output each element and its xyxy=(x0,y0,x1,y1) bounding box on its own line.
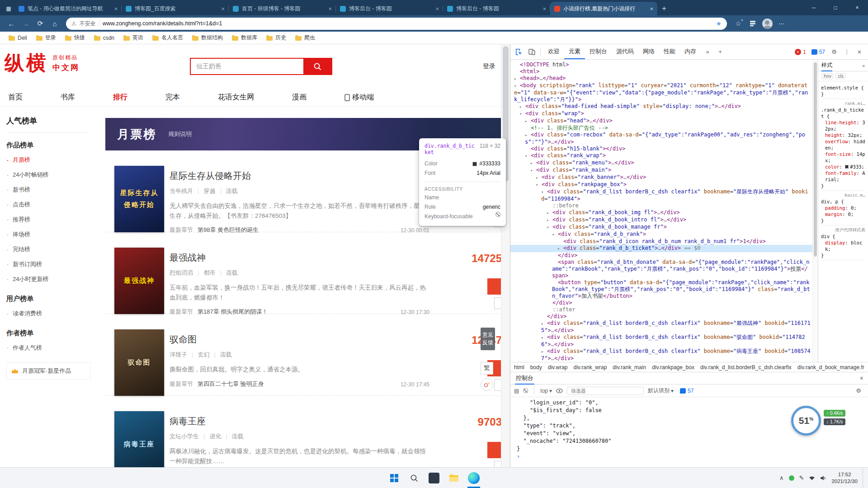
devtools-tab[interactable]: 网络 xyxy=(638,44,659,59)
book-genre[interactable]: 玄幻 xyxy=(198,351,209,358)
book-cover[interactable]: 星际生存从侵略开始 xyxy=(114,166,164,232)
style-property[interactable]: height: 32px; xyxy=(821,132,865,138)
console-settings-icon[interactable]: ⚙ xyxy=(853,385,864,397)
breadcrumb-item[interactable]: div.rankpage_box xyxy=(652,364,694,371)
book-title[interactable]: 星际生存从侵略开始 xyxy=(170,170,429,181)
book-author[interactable]: 烈焰滔滔 xyxy=(170,269,193,276)
breadcrumb-item[interactable]: body xyxy=(530,364,542,371)
tab-actions-icon[interactable]: ▦ xyxy=(3,2,14,15)
address-bar[interactable]: ⚠ 不安全 www.zongheng.com/rank/details.html… xyxy=(66,18,727,30)
network-speed-overlay[interactable]: 51% ↑0.4K/s ↓1.7K/s xyxy=(791,406,845,436)
log-level-selector[interactable]: 默认级别▾ xyxy=(648,387,674,394)
dom-tree-line[interactable]: ▸<div class="head">…</div> xyxy=(510,117,812,125)
dom-tree-line[interactable]: ::after xyxy=(510,306,812,313)
network-icon[interactable] xyxy=(809,475,815,480)
style-property[interactable]: overflow: hidden; xyxy=(821,138,865,151)
devtools-tab[interactable]: 源代码 xyxy=(612,44,638,59)
book-cover[interactable]: 驭命图 xyxy=(114,329,164,396)
tab-close-icon[interactable]: × xyxy=(114,5,118,12)
scrollbar-thumb[interactable] xyxy=(814,62,817,257)
console-close-icon[interactable]: × xyxy=(860,375,863,382)
speed-ball[interactable]: 51% xyxy=(791,406,821,436)
file-explorer-button[interactable] xyxy=(444,468,464,488)
dom-tree-line[interactable]: ▸<head>…</head> xyxy=(510,75,812,82)
book-genre[interactable]: 都市 xyxy=(203,269,215,276)
dom-tree-line[interactable]: <span class="rank_d_btn_donate" data-sa-… xyxy=(510,259,812,279)
breadcrumb-item[interactable]: div.rank_d_list.borderB_c_dsh.clearfix xyxy=(700,364,792,371)
dom-tree-line[interactable]: ::before xyxy=(510,202,812,209)
tray-app-icon[interactable] xyxy=(789,475,794,481)
book-cover[interactable]: 最强战神 xyxy=(114,248,164,314)
minimize-button[interactable]: ─ xyxy=(803,0,825,15)
login-link[interactable]: 登录 xyxy=(483,62,495,70)
style-property[interactable]: line-height: 32px; xyxy=(821,119,865,132)
start-button[interactable] xyxy=(384,468,404,488)
site-nav-item[interactable]: 移动端 xyxy=(344,93,374,102)
forward-icon[interactable]: → xyxy=(19,17,33,30)
book-author[interactable]: 文坛小学生 xyxy=(170,433,199,440)
breadcrumb-item[interactable]: div.wrap xyxy=(548,364,568,371)
style-property[interactable]: color: #333; xyxy=(821,164,865,170)
maximize-button[interactable]: □ xyxy=(825,0,846,15)
breadcrumb-item[interactable]: div.rank_main xyxy=(613,364,646,371)
dom-tree-line[interactable]: ▸<div class="rank_banner">…</div> xyxy=(510,174,812,181)
expand-arrow-icon[interactable]: ▸ xyxy=(530,160,536,167)
dom-tree-line[interactable]: <!DOCTYPE html> xyxy=(510,61,812,68)
site-logo[interactable]: 纵横 原创精品 中文网 xyxy=(5,52,80,75)
dom-tree-line[interactable]: ▸<div class="rank_d_b_ticket">…</div> ==… xyxy=(510,245,812,252)
style-property[interactable]: margin: 0; xyxy=(821,211,865,217)
edge-taskbar-button[interactable] xyxy=(464,468,484,488)
expand-arrow-icon[interactable]: ▸ xyxy=(541,348,547,355)
style-property[interactable]: font-size: 14px; xyxy=(821,151,865,164)
bookmark-item[interactable]: 名人名言 xyxy=(148,33,187,43)
dom-tree-line[interactable]: ▾<div class="rank_wrap"> xyxy=(510,152,812,160)
site-nav-item[interactable]: 完本 xyxy=(165,93,180,102)
bookmark-item[interactable]: Dell xyxy=(5,33,31,42)
devtools-tab[interactable]: 控制台 xyxy=(585,44,612,59)
collapse-arrow-icon[interactable]: ▾ xyxy=(547,224,552,231)
devtools-menu-icon[interactable]: ⋮ xyxy=(841,46,853,58)
collapse-arrow-icon[interactable]: ▾ xyxy=(536,182,542,188)
style-property[interactable]: font-family: Arial; xyxy=(821,170,865,183)
sidebar-item[interactable]: ·作者人气榜 xyxy=(6,340,97,355)
site-nav-item[interactable]: 漫画 xyxy=(292,93,307,102)
bookmark-item[interactable]: 登录 xyxy=(32,33,60,43)
dom-tree-line[interactable]: ▾<div class="rank_d_book_manage fr"> xyxy=(510,224,812,231)
browser-tab[interactable]: 博客后台 - 博客园× xyxy=(336,2,443,15)
sidebar-item[interactable]: ·月票榜 xyxy=(6,152,97,167)
book-author[interactable]: 洋辣子 xyxy=(170,351,187,358)
home-icon[interactable]: ⌂ xyxy=(48,17,61,30)
collapse-arrow-icon[interactable]: ▾ xyxy=(519,111,525,117)
sidebar-item[interactable]: ·点击榜 xyxy=(6,197,97,212)
bookmark-item[interactable]: 历史 xyxy=(262,33,290,43)
taskbar-search-button[interactable] xyxy=(404,468,424,488)
context-selector[interactable]: top▾ xyxy=(540,388,552,394)
book-cover[interactable]: 病毒王座 xyxy=(114,411,164,467)
sidebar-item[interactable]: ·24小时更新榜 xyxy=(6,272,97,286)
devtools-tab[interactable]: 内存 xyxy=(680,44,701,59)
sidebar-item[interactable]: ·推荐榜 xyxy=(6,212,97,227)
breadcrumb-item[interactable]: div.rank_d_book_manage.fr xyxy=(797,364,864,371)
dom-tree-line[interactable]: ▸<div class="head-fixed head-simple" sty… xyxy=(510,103,812,110)
devtools-close-icon[interactable]: × xyxy=(854,46,865,58)
styles-filter-chip[interactable]: :hov xyxy=(821,73,833,79)
dom-tree-line[interactable]: ▾<div class="wrap"> xyxy=(510,110,812,117)
browser-tab[interactable]: 小说排行榜,最新热门小说排行× xyxy=(550,2,657,15)
style-property[interactable]: display: block; xyxy=(821,239,865,252)
issues-badge[interactable]: 57 xyxy=(811,49,825,55)
sidebar-item[interactable]: ·24小时畅销榜 xyxy=(6,167,97,182)
traditional-chinese-button[interactable]: 繁 xyxy=(481,362,493,375)
collapse-arrow-icon[interactable]: ▾ xyxy=(530,167,536,174)
tab-close-icon[interactable]: × xyxy=(328,5,332,12)
book-genre[interactable]: 穿越 xyxy=(203,188,215,194)
tray-expand-icon[interactable]: ∧ xyxy=(779,474,784,481)
console-filter-input[interactable] xyxy=(567,387,644,395)
dom-tree-line[interactable]: </div> xyxy=(510,300,812,306)
console-issues-badge[interactable]: 57 xyxy=(680,388,693,394)
book-genre[interactable]: 进化 xyxy=(209,433,221,440)
bookmark-item[interactable]: 数据结构 xyxy=(188,33,227,43)
dom-tree-line[interactable]: ▸<div class="rank_d_list borderB_c_dsh c… xyxy=(510,348,812,362)
insecure-warning-icon[interactable]: ⚠ xyxy=(71,20,76,27)
dom-tree-line[interactable]: </div> xyxy=(510,313,812,320)
book-title[interactable]: 驭命图 xyxy=(170,334,429,345)
